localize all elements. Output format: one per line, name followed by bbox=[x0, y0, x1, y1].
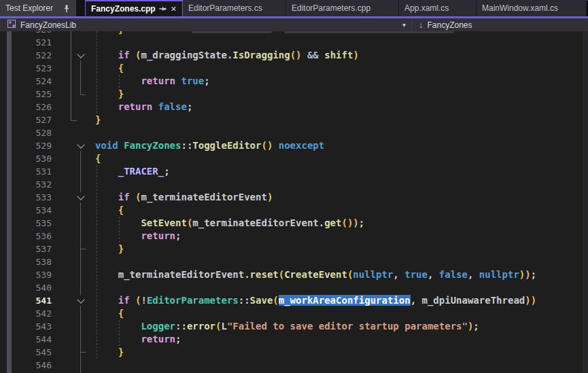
code-token: )) bbox=[525, 295, 536, 306]
line-number: 541 bbox=[19, 294, 52, 307]
code-token bbox=[95, 217, 141, 228]
code-line[interactable]: { bbox=[95, 62, 124, 75]
outline-scope-guide bbox=[71, 31, 77, 121]
fold-chevron-icon[interactable] bbox=[75, 141, 86, 151]
code-token bbox=[95, 63, 118, 73]
line-number: 523 bbox=[19, 62, 52, 75]
symbol-dropdown[interactable]: ↓ FancyZones bbox=[412, 20, 472, 30]
tab-app-xaml-cs[interactable]: App.xaml.cs bbox=[399, 0, 477, 16]
code-line[interactable]: return true; bbox=[95, 75, 210, 88]
line-number: 522 bbox=[19, 49, 52, 62]
tab-mainwindow-xaml-cs[interactable]: MainWindow.xaml.cs bbox=[477, 0, 586, 16]
code-token: , bbox=[411, 295, 416, 306]
code-token: ; bbox=[531, 269, 536, 280]
code-token: reset bbox=[250, 269, 279, 280]
code-token: return bbox=[141, 75, 175, 86]
code-token bbox=[95, 31, 118, 35]
code-token: return bbox=[141, 230, 175, 241]
code-token: , bbox=[468, 269, 479, 280]
tab-test-explorer[interactable]: Test Explorer bbox=[0, 0, 76, 16]
code-token: , bbox=[393, 269, 404, 280]
code-token: nullptr bbox=[353, 269, 393, 280]
fold-chevron-icon[interactable] bbox=[75, 50, 86, 60]
code-token: } bbox=[118, 243, 124, 254]
code-line[interactable]: _TRACER_; bbox=[95, 165, 170, 178]
code-line[interactable]: SetEvent(m_terminateEditorEvent.get()); bbox=[95, 217, 364, 230]
code-line[interactable]: if (m_draggingState.IsDragging() && shif… bbox=[95, 49, 359, 62]
symbol-name: FancyZones bbox=[428, 20, 472, 30]
code-line[interactable]: if (m_terminateEditorEvent) bbox=[95, 191, 273, 204]
splitter-handle[interactable] bbox=[7, 31, 12, 373]
tab-label: Test Explorer bbox=[5, 3, 53, 13]
line-number: 525 bbox=[19, 88, 52, 101]
code-line[interactable]: return; bbox=[95, 333, 181, 346]
code-line[interactable]: m_terminateEditorEvent.reset(CreateEvent… bbox=[95, 268, 536, 281]
code-line[interactable]: if (!EditorParameters::Save(m_workAreaCo… bbox=[95, 294, 536, 307]
line-number: 533 bbox=[19, 191, 52, 204]
code-token: { bbox=[118, 63, 124, 73]
code-token bbox=[95, 321, 141, 332]
tab-label: EditorParameters.cs bbox=[188, 3, 262, 13]
fold-chevron-icon[interactable] bbox=[75, 192, 86, 202]
pin-icon[interactable] bbox=[63, 4, 71, 13]
code-editor[interactable]: 5205215225235245255265275285295305315325… bbox=[0, 31, 588, 373]
code-token bbox=[95, 295, 118, 306]
line-number: 526 bbox=[19, 101, 52, 113]
vertical-scrollbar[interactable] bbox=[583, 31, 588, 373]
code-token: true bbox=[181, 75, 204, 86]
project-name: FancyZonesLib bbox=[20, 20, 76, 30]
chevron-down-icon[interactable]: ▾ bbox=[402, 21, 406, 29]
code-token: L bbox=[221, 321, 226, 332]
code-token: m_terminateEditorEvent bbox=[192, 217, 318, 228]
code-line[interactable]: } bbox=[95, 113, 101, 126]
code-line[interactable]: } bbox=[95, 88, 124, 101]
code-token bbox=[152, 101, 158, 112]
line-number: 530 bbox=[19, 152, 52, 165]
code-line[interactable]: { bbox=[95, 152, 101, 165]
code-token: } bbox=[118, 347, 124, 357]
fold-chevron-icon[interactable] bbox=[75, 296, 86, 306]
line-number: 535 bbox=[19, 217, 52, 230]
code-token bbox=[95, 243, 118, 254]
line-number: 527 bbox=[19, 113, 52, 126]
outline-scope-tick bbox=[80, 352, 86, 353]
outline-scope-tick bbox=[80, 249, 86, 249]
code-token bbox=[416, 295, 421, 306]
code-token: ; bbox=[175, 230, 181, 241]
code-line[interactable]: { bbox=[95, 307, 124, 320]
code-token bbox=[95, 166, 118, 177]
code-line[interactable]: } bbox=[95, 243, 124, 255]
code-token bbox=[130, 192, 135, 202]
tab-bar: Test Explorer FancyZones.cpp ✕ EditorPar… bbox=[0, 0, 588, 16]
code-line[interactable]: return; bbox=[95, 230, 181, 243]
code-token: shift bbox=[324, 50, 353, 60]
close-icon[interactable]: ✕ bbox=[171, 5, 177, 13]
code-token bbox=[95, 269, 118, 280]
line-number: 539 bbox=[19, 268, 52, 281]
code-token bbox=[118, 140, 124, 151]
pin-icon[interactable] bbox=[158, 5, 167, 13]
code-line[interactable]: { bbox=[95, 204, 124, 217]
cpp-project-icon bbox=[7, 19, 16, 31]
line-number: 520 bbox=[19, 31, 52, 36]
code-token: noexcept bbox=[279, 140, 324, 151]
tab-editorparameters-cs[interactable]: EditorParameters.cs bbox=[183, 0, 286, 16]
code-line[interactable]: return false; bbox=[95, 101, 192, 113]
code-token: nullptr bbox=[479, 269, 519, 280]
obscured-text bbox=[284, 31, 454, 33]
tab-fancyzones-cpp[interactable]: FancyZones.cpp ✕ bbox=[85, 0, 183, 16]
code-line[interactable]: } bbox=[95, 31, 454, 36]
code-token: EditorParameters bbox=[147, 295, 239, 306]
code-token: ( bbox=[279, 269, 284, 280]
line-number: 538 bbox=[19, 255, 52, 268]
project-dropdown[interactable]: FancyZonesLib ▾ bbox=[0, 18, 411, 31]
tab-editorparameters-cpp[interactable]: EditorParameters.cpp bbox=[286, 0, 399, 16]
code-line[interactable]: } bbox=[95, 346, 124, 359]
code-token: ; bbox=[187, 101, 192, 112]
code-token: false bbox=[439, 269, 468, 280]
code-token bbox=[273, 140, 278, 151]
code-token: . bbox=[319, 217, 324, 228]
code-line[interactable]: Logger::error(L"Failed to save editor st… bbox=[95, 320, 479, 333]
code-line[interactable]: void FancyZones::ToggleEditor() noexcept bbox=[95, 139, 324, 152]
code-token: )) bbox=[519, 269, 531, 280]
